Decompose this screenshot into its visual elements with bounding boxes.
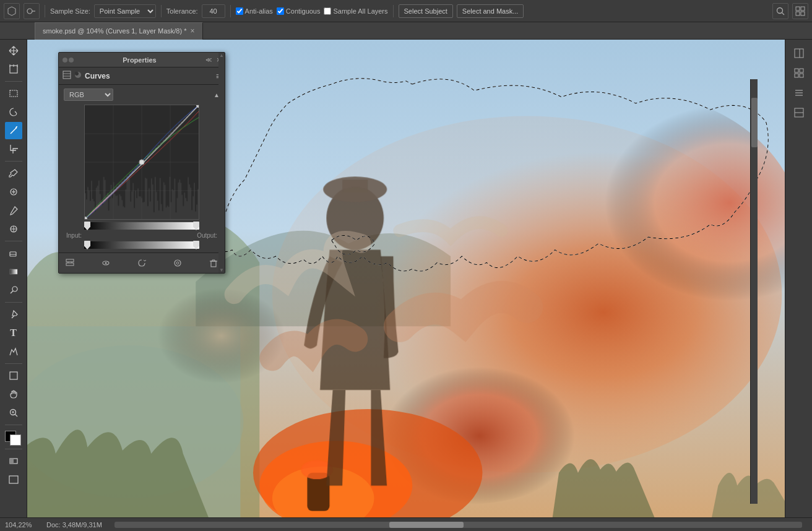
tool-brush[interactable] (5, 202, 22, 219)
search-icon[interactable] (772, 3, 788, 19)
horizontal-scrollbar[interactable] (114, 522, 802, 528)
panel-toggle-4[interactable] (790, 104, 808, 121)
svg-rect-65 (795, 69, 798, 72)
tool-artboard[interactable] (5, 61, 22, 78)
toolbar: Sample Size: Point Sample Tolerance: Ant… (0, 0, 812, 22)
input-label: Input: (66, 232, 82, 239)
tool-marquee[interactable] (5, 85, 22, 102)
svg-point-2 (777, 7, 783, 13)
tool-options-icon[interactable] (4, 3, 20, 19)
tool-clone-stamp[interactable] (5, 220, 22, 238)
tool-move[interactable] (5, 42, 22, 59)
tool-gradient[interactable] (5, 263, 22, 280)
curves-canvas[interactable] (85, 105, 199, 219)
tool-preset-icon[interactable] (24, 3, 40, 19)
curves-graph[interactable] (84, 105, 199, 220)
tool-lasso[interactable] (5, 103, 22, 121)
svg-rect-54 (66, 263, 74, 266)
svg-point-14 (15, 127, 17, 129)
panel-header[interactable]: Properties ≪ × (59, 53, 225, 67)
svg-point-22 (12, 287, 17, 291)
svg-rect-66 (800, 69, 803, 72)
tool-crop[interactable] (5, 140, 22, 158)
panel-subheader: Curves ≡ (59, 67, 225, 85)
scroll-up-arrow[interactable]: ▲ (219, 53, 224, 58)
svg-line-24 (12, 316, 14, 318)
tool-magic-wand[interactable] (5, 122, 22, 139)
svg-rect-6 (796, 12, 800, 15)
left-tool-panel: T (0, 40, 27, 517)
document-tab[interactable]: smoke.psd @ 104% (Curves 1, Layer Mask/8… (35, 22, 203, 40)
panel-toggle-3[interactable] (790, 84, 808, 101)
tool-heal[interactable] (5, 183, 22, 201)
contiguous-checkbox[interactable] (277, 7, 284, 15)
panel-title: Properties (76, 56, 203, 64)
divider-2 (161, 5, 162, 17)
svg-point-52 (75, 72, 79, 76)
tool-pen[interactable] (5, 306, 22, 323)
tool-text[interactable]: T (5, 324, 22, 342)
antialias-label: Anti-alias (245, 7, 273, 15)
tolerance-input[interactable] (202, 4, 225, 18)
dot-2 (69, 58, 74, 63)
view-button[interactable] (170, 256, 185, 270)
visibility-button[interactable] (98, 256, 113, 270)
input-slider-left[interactable] (84, 241, 90, 249)
svg-rect-5 (801, 7, 805, 11)
select-subject-button[interactable]: Select Subject (399, 4, 453, 18)
svg-point-58 (105, 262, 107, 264)
svg-point-59 (175, 260, 181, 266)
tool-sep-3 (5, 241, 22, 241)
panel-collapse-btn[interactable]: ≪ (205, 56, 212, 63)
tab-close-button[interactable]: × (190, 27, 194, 35)
svg-rect-31 (10, 459, 14, 464)
divider-3 (230, 5, 231, 17)
sample-all-checkbox[interactable] (324, 7, 331, 15)
layer-name: Curves (85, 72, 214, 80)
antialias-checkbox[interactable] (236, 7, 243, 15)
sample-size-label: Sample Size: (50, 7, 90, 15)
workspace-icon[interactable] (792, 3, 808, 19)
svg-line-23 (11, 291, 13, 293)
tool-screen-mode[interactable] (5, 471, 22, 488)
sample-size-select[interactable]: Point Sample (94, 4, 156, 18)
channel-select[interactable]: RGB Red Green Blue (64, 88, 113, 101)
output-slider-right[interactable] (193, 222, 199, 230)
scroll-down-arrow[interactable]: ▼ (219, 267, 224, 273)
svg-rect-68 (800, 74, 803, 77)
input-slider-right[interactable] (193, 241, 199, 249)
output-gradient-slider[interactable] (84, 222, 199, 230)
tool-sep-5 (5, 363, 22, 364)
panel-toggle-2[interactable] (790, 64, 808, 82)
panel-scrollbar[interactable]: ▲ ▼ (218, 53, 225, 273)
reset-button[interactable] (134, 256, 149, 270)
color-picker[interactable] (5, 431, 22, 446)
right-panel (785, 40, 812, 517)
tool-sep-4 (5, 302, 22, 303)
tool-zoom[interactable] (5, 404, 22, 421)
svg-rect-67 (795, 74, 798, 77)
properties-panel: Properties ≪ × Curves ≡ RGB (58, 52, 225, 274)
tab-title: smoke.psd @ 104% (Curves 1, Layer Mask/8… (43, 27, 186, 35)
background-color[interactable] (10, 434, 21, 446)
statusbar: 104,22% Doc: 3,48M/9,31M (0, 517, 812, 531)
sample-all-group: Sample All Layers (324, 7, 387, 15)
output-slider-left[interactable] (84, 222, 90, 230)
select-and-mask-button[interactable]: Select and Mask... (457, 4, 524, 18)
vertical-scrollbar[interactable] (750, 79, 758, 504)
tool-eyedropper[interactable] (5, 165, 22, 182)
tool-dodge[interactable] (5, 282, 22, 299)
tool-shape[interactable] (5, 367, 22, 384)
svg-rect-45 (342, 179, 368, 192)
tool-eraser[interactable] (5, 244, 22, 262)
input-gradient-slider[interactable] (84, 241, 199, 249)
svg-rect-12 (10, 90, 17, 97)
scrollbar-thumb[interactable] (389, 522, 464, 528)
tool-path-select[interactable] (5, 343, 22, 360)
tool-quick-mask[interactable] (5, 452, 22, 470)
clip-to-layer-button[interactable] (63, 256, 77, 270)
zoom-level: 104,22% (5, 521, 39, 529)
panel-toggle-1[interactable] (790, 45, 808, 62)
scroll-thumb[interactable] (751, 98, 758, 147)
tool-hand[interactable] (5, 386, 22, 403)
